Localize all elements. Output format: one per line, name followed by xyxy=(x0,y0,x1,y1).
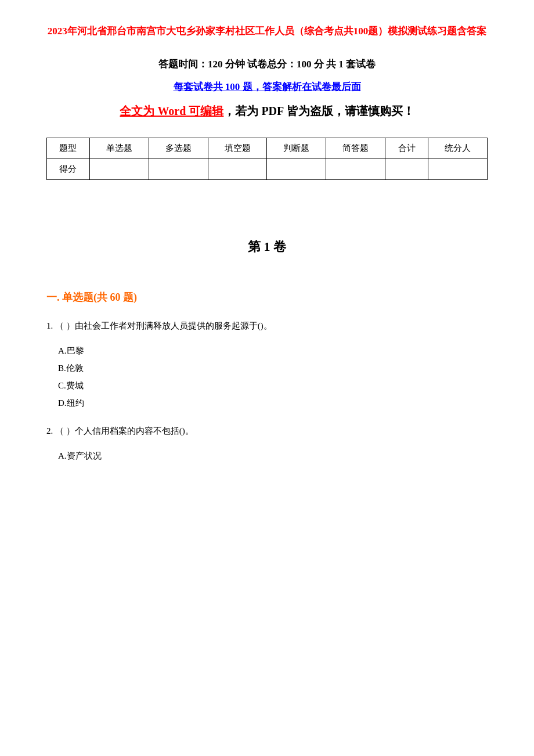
score-table-header-row: 题型 单选题 多选题 填空题 判断题 简答题 合计 统分人 xyxy=(47,138,488,159)
score-multi xyxy=(149,159,208,179)
q1-opt-b: B.伦敦 xyxy=(58,359,488,377)
question-2-number: 2. xyxy=(46,426,53,435)
score-table: 题型 单选题 多选题 填空题 判断题 简答题 合计 统分人 得分 xyxy=(46,138,488,180)
col-scorer: 统分人 xyxy=(428,138,488,159)
exam-info: 答题时间：120 分钟 试卷总分：100 分 共 1 套试卷 xyxy=(46,57,488,71)
volume-title: 第 1 卷 xyxy=(46,238,488,255)
highlight-line: 每套试卷共 100 题，答案解析在试卷最后面 xyxy=(46,80,488,93)
col-single: 单选题 xyxy=(89,138,149,159)
col-multi: 多选题 xyxy=(149,138,208,159)
question-2-text: （ ）个人信用档案的内容不包括()。 xyxy=(55,426,194,435)
score-total xyxy=(385,159,428,179)
col-fill: 填空题 xyxy=(208,138,267,159)
question-1-options: A.巴黎 B.伦敦 C.费城 D.纽约 xyxy=(58,342,488,412)
editable-notice-rest: ，若为 PDF 皆为盗版，请谨慎购买！ xyxy=(223,105,414,117)
q1-opt-c: C.费城 xyxy=(58,377,488,394)
score-table-score-row: 得分 xyxy=(47,159,488,179)
score-scorer xyxy=(428,159,488,179)
q2-opt-a: A.资产状况 xyxy=(58,447,488,465)
editable-notice-word: 全文为 Word 可编辑 xyxy=(120,105,223,117)
col-short: 简答题 xyxy=(326,138,385,159)
question-1-text: （ ）由社会工作者对刑满释放人员提供的服务起源于()。 xyxy=(55,321,272,330)
q1-opt-a: A.巴黎 xyxy=(58,342,488,359)
score-single xyxy=(89,159,149,179)
question-2: 2. （ ）个人信用档案的内容不包括()。 xyxy=(46,423,488,439)
score-short xyxy=(326,159,385,179)
section-title: 一. 单选题(共 60 题) xyxy=(46,290,488,304)
score-label: 得分 xyxy=(47,159,90,179)
score-fill xyxy=(208,159,267,179)
doc-title: 2023年河北省邢台市南宫市大屯乡孙家李村社区工作人员（综合考点共100题）模拟… xyxy=(46,23,488,40)
editable-notice: 全文为 Word 可编辑，若为 PDF 皆为盗版，请谨慎购买！ xyxy=(46,102,488,120)
question-2-options: A.资产状况 xyxy=(58,447,488,465)
col-judge: 判断题 xyxy=(267,138,326,159)
question-1-number: 1. xyxy=(46,321,53,330)
col-total: 合计 xyxy=(385,138,428,159)
q1-opt-d: D.纽约 xyxy=(58,394,488,412)
spacer-1 xyxy=(46,192,488,238)
question-1: 1. （ ）由社会工作者对刑满释放人员提供的服务起源于()。 xyxy=(46,318,488,334)
score-judge xyxy=(267,159,326,179)
col-type: 题型 xyxy=(47,138,90,159)
